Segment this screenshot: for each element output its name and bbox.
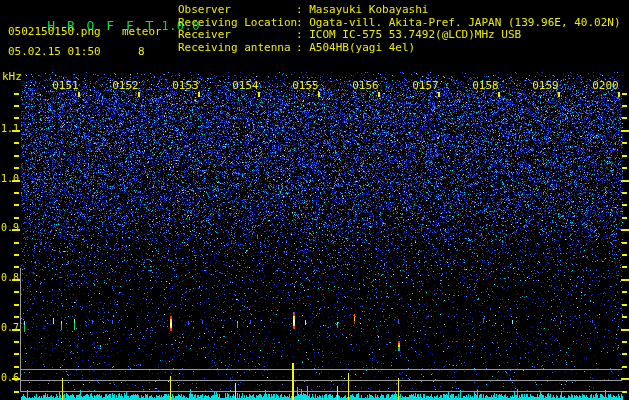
info-value: ICOM IC-575 53.7492(@LCD)MHz USB [309,29,521,42]
output-filename: 0502150150.png [8,26,101,38]
info-row: Receiving antenna: A504HB(yagi 4el) [178,42,621,55]
time-label-0157: 0157 [412,79,439,92]
datetime-label: 05.02.15 01:50 [8,46,101,58]
info-label: Receiving antenna [178,42,296,55]
freq-label-0.8: 0.8 [0,272,19,283]
time-label-0155: 0155 [292,79,319,92]
freq-label-0.6: 0.6 [0,372,19,383]
freq-label-0.7: 0.7 [0,322,19,333]
freq-label-1.0: 1.0 [0,173,19,184]
info-label: Observer [178,4,296,17]
time-label-0154: 0154 [232,79,258,92]
freq-label-1.1: 1.1 [0,123,19,134]
time-label-0200: 0200 [592,79,619,92]
info-colon: : [296,4,309,17]
hrofft-window: H R O F F T1.0.0 0502150150.png meteor 0… [0,0,629,400]
time-label-0156: 0156 [352,79,379,92]
count-value: 8 [138,46,145,58]
time-label-0158: 0158 [472,79,499,92]
info-value: A504HB(yagi 4el) [309,42,415,55]
info-value: Masayuki Kobayashi [309,4,428,17]
time-label-0151: 0151 [52,79,79,92]
freq-unit-label: kHz [2,70,22,83]
time-label-0152: 0152 [112,79,139,92]
info-colon: : [296,42,309,55]
time-label-0153: 0153 [172,79,199,92]
info-colon: : [296,29,309,42]
mode-label: meteor [122,26,162,38]
station-info-block: Observer: Masayuki KobayashiReceiving Lo… [178,4,621,54]
time-label-0159: 0159 [532,79,559,92]
freq-label-0.9: 0.9 [0,222,19,233]
spectrogram-canvas [0,0,629,400]
info-label: Receiver [178,29,296,42]
info-row: Receiver: ICOM IC-575 53.7492(@LCD)MHz U… [178,29,621,42]
info-row: Observer: Masayuki Kobayashi [178,4,621,17]
